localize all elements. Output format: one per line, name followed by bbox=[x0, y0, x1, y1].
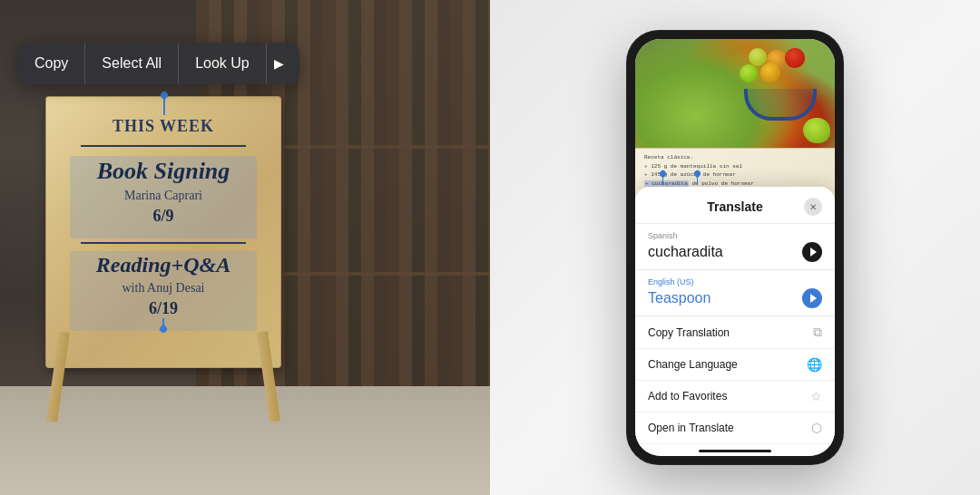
source-language-label: Spanish bbox=[635, 224, 835, 242]
add-to-favorites-icon: ☆ bbox=[810, 389, 822, 403]
add-to-favorites-button[interactable]: Add to Favorites ☆ bbox=[635, 381, 835, 412]
sign-event2-date: 6/19 bbox=[75, 299, 250, 318]
sign-event1-name: Marina Caprari bbox=[75, 189, 250, 203]
open-in-translate-icon: ⬡ bbox=[811, 421, 822, 435]
right-panel: Receta clásica. + 125 g de mantequilla s… bbox=[490, 0, 980, 495]
more-menu-button[interactable]: ▶ bbox=[267, 51, 292, 76]
sign-divider bbox=[81, 145, 246, 147]
copy-button[interactable]: Copy bbox=[18, 43, 85, 84]
home-indicator bbox=[699, 450, 771, 452]
select-all-button[interactable]: Select All bbox=[85, 43, 179, 84]
copy-translation-icon: ⧉ bbox=[813, 325, 822, 340]
play-source-button[interactable] bbox=[802, 242, 822, 262]
target-text: Teaspoon bbox=[648, 290, 710, 306]
open-in-translate-label: Open in Translate bbox=[648, 422, 734, 434]
sheet-title: Translate bbox=[666, 199, 804, 214]
sign-container: THIS WEEK Book Signing Marina Caprari 6/… bbox=[27, 96, 299, 422]
add-to-favorites-label: Add to Favorites bbox=[648, 390, 727, 403]
source-text-row: cucharadita bbox=[635, 242, 835, 270]
source-text: cucharadita bbox=[648, 244, 723, 260]
sign-event1-title: Book Signing bbox=[75, 158, 250, 185]
sheet-header: Translate ✕ bbox=[635, 187, 835, 224]
close-button[interactable]: ✕ bbox=[804, 198, 822, 216]
look-up-button[interactable]: Look Up bbox=[179, 43, 267, 84]
sign-event1-date: 6/9 bbox=[75, 207, 250, 226]
sign-event2-title: Reading+Q&A bbox=[75, 253, 250, 278]
fruit-bowl bbox=[735, 48, 826, 121]
cursor-left bbox=[662, 174, 663, 185]
change-language-button[interactable]: Change Language 🌐 bbox=[635, 349, 835, 381]
bowl bbox=[744, 89, 817, 121]
change-language-icon: 🌐 bbox=[807, 357, 822, 372]
sign-event2-name: with Anuj Desai bbox=[75, 281, 250, 296]
cursor-right bbox=[697, 174, 698, 185]
copy-translation-button[interactable]: Copy Translation ⧉ bbox=[635, 316, 835, 349]
lime-fruit bbox=[803, 118, 830, 143]
target-language-label: English (US) bbox=[635, 270, 835, 288]
sign-week-label: THIS WEEK bbox=[113, 117, 214, 136]
sign-board: THIS WEEK Book Signing Marina Caprari 6/… bbox=[45, 96, 281, 368]
phone-screen: Receta clásica. + 125 g de mantequilla s… bbox=[635, 39, 835, 456]
context-menu: Copy Select All Look Up ▶ bbox=[18, 43, 299, 84]
change-language-label: Change Language bbox=[648, 358, 738, 371]
translation-sheet: Translate ✕ Spanish cucharadita English … bbox=[635, 187, 835, 456]
phone-mockup: Receta clásica. + 125 g de mantequilla s… bbox=[626, 30, 844, 465]
left-panel: THIS WEEK Book Signing Marina Caprari 6/… bbox=[0, 0, 490, 495]
copy-translation-label: Copy Translation bbox=[648, 326, 730, 339]
open-in-translate-button[interactable]: Open in Translate ⬡ bbox=[635, 412, 835, 444]
sign-divider2 bbox=[81, 242, 246, 244]
play-target-button[interactable] bbox=[802, 288, 822, 308]
target-text-row: Teaspoon bbox=[635, 288, 835, 316]
